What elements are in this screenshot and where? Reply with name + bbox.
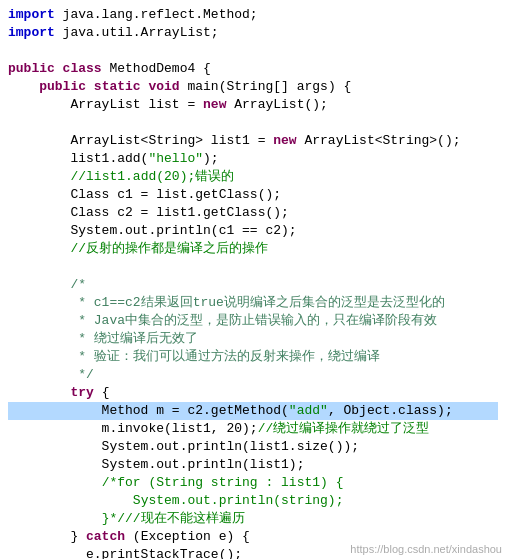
code-token — [8, 384, 70, 402]
code-token: /* — [70, 276, 86, 294]
code-line: Method m = c2.getMethod("add", Object.cl… — [8, 402, 498, 420]
code-line — [8, 42, 498, 60]
code-line: System.out.println(string); — [8, 492, 498, 510]
code-token: //反射的操作都是编译之后的操作 — [70, 240, 268, 258]
code-line — [8, 114, 498, 132]
code-token: "add" — [289, 402, 328, 420]
code-line — [8, 258, 498, 276]
code-token: void — [148, 78, 187, 96]
code-editor: import java.lang.reflect.Method;import j… — [0, 0, 506, 559]
code-token: System.out.println(list1.size()); — [8, 438, 359, 456]
code-token: }*///现在不能这样遍历 — [102, 510, 245, 528]
code-line: ArrayList list = new ArrayList(); — [8, 96, 498, 114]
code-line: System.out.println(c1 == c2); — [8, 222, 498, 240]
code-line: /*for (String string : list1) { — [8, 474, 498, 492]
code-line: System.out.println(list1); — [8, 456, 498, 474]
code-line: //反射的操作都是编译之后的操作 — [8, 240, 498, 258]
code-line: }*///现在不能这样遍历 — [8, 510, 498, 528]
code-token — [8, 330, 78, 348]
code-token: /*for (String string : list1) { — [102, 474, 344, 492]
code-line: * c1==c2结果返回true说明编译之后集合的泛型是去泛型化的 — [8, 294, 498, 312]
code-token — [8, 240, 70, 258]
code-token: import — [8, 6, 63, 24]
code-token: //绕过编译操作就绕过了泛型 — [258, 420, 430, 438]
code-token: class — [63, 60, 110, 78]
code-token: java.lang.reflect.Method; — [63, 6, 258, 24]
code-token: , Object.class); — [328, 402, 453, 420]
code-token: ArrayList(); — [234, 96, 328, 114]
code-token: new — [203, 96, 234, 114]
code-token: */ — [78, 366, 94, 384]
code-line: import java.lang.reflect.Method; — [8, 6, 498, 24]
code-line: try { — [8, 384, 498, 402]
code-content: import java.lang.reflect.Method;import j… — [8, 6, 498, 559]
code-line: System.out.println(list1.size()); — [8, 438, 498, 456]
code-line: /* — [8, 276, 498, 294]
code-token — [8, 276, 70, 294]
code-line: * 验证：我们可以通过方法的反射来操作，绕过编译 — [8, 348, 498, 366]
code-token: } — [8, 528, 86, 546]
code-line: Class c2 = list1.getClass(); — [8, 204, 498, 222]
watermark: https://blog.csdn.net/xindashou — [350, 543, 502, 555]
code-token: Class c1 = list.getClass(); — [8, 186, 281, 204]
code-token — [8, 312, 78, 330]
code-line: Class c1 = list.getClass(); — [8, 186, 498, 204]
code-token: { — [102, 384, 110, 402]
code-line: public static void main(String[] args) { — [8, 78, 498, 96]
code-token — [8, 348, 78, 366]
code-token: java.util.ArrayList; — [63, 24, 219, 42]
code-line: list1.add("hello"); — [8, 150, 498, 168]
code-token: (Exception e) { — [133, 528, 250, 546]
code-token: * Java中集合的泛型，是防止错误输入的，只在编译阶段有效 — [78, 312, 437, 330]
code-line: */ — [8, 366, 498, 384]
code-token: * 绕过编译后无效了 — [78, 330, 198, 348]
code-token: System.out.println(c1 == c2); — [8, 222, 297, 240]
code-token: m.invoke(list1, 20); — [8, 420, 258, 438]
code-line: public class MethodDemo4 { — [8, 60, 498, 78]
code-token: ArrayList<String>(); — [304, 132, 460, 150]
code-token: System.out.println(list1); — [8, 456, 304, 474]
code-token: try — [70, 384, 101, 402]
code-token — [8, 78, 39, 96]
code-token: //list1.add(20);错误的 — [70, 168, 234, 186]
code-token: ArrayList<String> list1 = — [8, 132, 273, 150]
code-token: main(String[] args) { — [187, 78, 351, 96]
code-token: ArrayList list = — [8, 96, 203, 114]
code-token: catch — [86, 528, 133, 546]
code-token: public — [39, 78, 94, 96]
code-token: Method m = c2.getMethod( — [8, 402, 289, 420]
code-line: ArrayList<String> list1 = new ArrayList<… — [8, 132, 498, 150]
code-token: "hello" — [148, 150, 203, 168]
code-line: * 绕过编译后无效了 — [8, 330, 498, 348]
code-token: e.printStackTrace(); — [8, 546, 242, 559]
code-token: Class c2 = list1.getClass(); — [8, 204, 289, 222]
code-token — [8, 168, 70, 186]
code-token — [8, 474, 102, 492]
code-token — [8, 366, 78, 384]
code-token: new — [273, 132, 304, 150]
code-token: * c1==c2结果返回true说明编译之后集合的泛型是去泛型化的 — [78, 294, 445, 312]
code-token: MethodDemo4 { — [109, 60, 210, 78]
code-token: static — [94, 78, 149, 96]
code-line: import java.util.ArrayList; — [8, 24, 498, 42]
code-token — [8, 510, 102, 528]
code-token — [8, 492, 133, 510]
code-token: import — [8, 24, 63, 42]
code-line: m.invoke(list1, 20);//绕过编译操作就绕过了泛型 — [8, 420, 498, 438]
code-token: ); — [203, 150, 219, 168]
code-token — [8, 294, 78, 312]
code-token: * 验证：我们可以通过方法的反射来操作，绕过编译 — [78, 348, 380, 366]
code-line: //list1.add(20);错误的 — [8, 168, 498, 186]
code-token: list1.add( — [8, 150, 148, 168]
code-token: public — [8, 60, 63, 78]
code-token: System.out.println(string); — [133, 492, 344, 510]
code-line: * Java中集合的泛型，是防止错误输入的，只在编译阶段有效 — [8, 312, 498, 330]
